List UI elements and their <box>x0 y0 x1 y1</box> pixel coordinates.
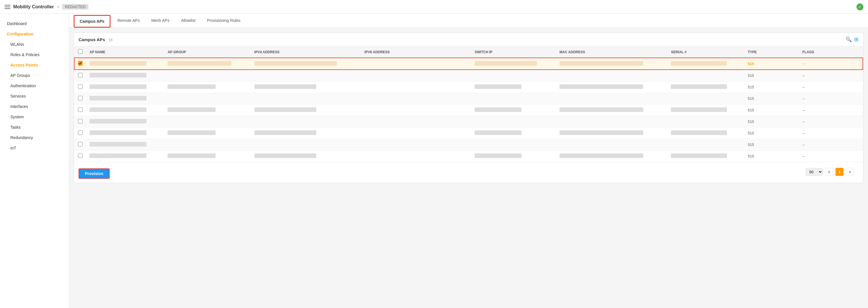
row-checkbox[interactable] <box>78 142 83 147</box>
cell-type: 515 <box>744 151 799 162</box>
tab-provisioning-rules[interactable]: Provisioning Rules <box>201 14 246 28</box>
table-row: 515 -- <box>74 151 863 162</box>
row-checkbox[interactable] <box>78 84 83 89</box>
table-title-area: Campus APs 16 <box>79 37 113 42</box>
sidebar-item-system[interactable]: System <box>0 112 69 122</box>
blurred-ipv4 <box>254 61 337 66</box>
col-checkbox <box>74 47 86 58</box>
cell-type: 515 <box>744 139 799 151</box>
cell-switch-ip <box>471 104 556 116</box>
blurred-ap-group <box>167 107 215 112</box>
row-checkbox-cell <box>74 93 86 104</box>
current-page-button[interactable]: 1 <box>835 168 843 176</box>
pagination: 50 25 100 < 1 > <box>801 164 859 179</box>
tab-mesh-aps[interactable]: Mesh APs <box>146 14 175 28</box>
provision-button[interactable]: Provision <box>79 168 110 179</box>
blurred-mac <box>559 84 643 89</box>
sidebar-item-tasks[interactable]: Tasks <box>0 122 69 132</box>
next-page-button[interactable]: > <box>846 168 854 176</box>
cell-ipv4 <box>251 70 361 82</box>
cell-ap-name <box>86 104 164 116</box>
blurred-switch-ip <box>474 130 522 135</box>
table-footer: Provision 50 25 100 < 1 > <box>74 162 863 183</box>
cell-type: 515 <box>744 58 799 70</box>
sidebar-item-iot[interactable]: IoT <box>0 143 69 153</box>
cell-ap-name <box>86 116 164 127</box>
hamburger-menu[interactable] <box>5 5 10 9</box>
cell-switch-ip <box>471 82 556 93</box>
status-icon: ✓ <box>857 3 863 10</box>
cell-type: 515 <box>744 93 799 104</box>
tab-allowlist[interactable]: Allowlist <box>175 14 202 28</box>
sidebar-item-wlans[interactable]: WLANs <box>0 39 69 50</box>
blurred-mac <box>559 107 643 112</box>
content-area: Campus APs 16 🔍 ⊞ <box>69 28 868 188</box>
cell-ipv4 <box>251 116 361 127</box>
cell-flags: -- <box>799 116 863 127</box>
blurred-switch-ip <box>474 61 537 66</box>
col-ipv6: IPV6 ADDRESS <box>361 47 471 58</box>
sidebar-item-redundancy[interactable]: Redundancy <box>0 132 69 143</box>
search-icon[interactable]: 🔍 <box>845 36 852 42</box>
cell-ipv4 <box>251 139 361 151</box>
blurred-ap-name <box>90 96 147 100</box>
cell-ipv4 <box>251 104 361 116</box>
blurred-ipv4 <box>254 153 316 158</box>
cell-ipv4 <box>251 127 361 139</box>
tab-campus-aps[interactable]: Campus APs <box>74 15 111 28</box>
row-checkbox[interactable] <box>78 130 83 135</box>
col-ap-group: AP GROUP <box>164 47 251 58</box>
sidebar-item-ap-groups[interactable]: AP Groups <box>0 70 69 81</box>
cell-switch-ip <box>471 70 556 82</box>
cell-flags: -- <box>799 58 863 70</box>
row-checkbox-cell <box>74 116 86 127</box>
cell-ipv6 <box>361 58 471 70</box>
col-type: TYPE <box>744 47 799 58</box>
cell-type: 515 <box>744 116 799 127</box>
row-checkbox-cell <box>74 127 86 139</box>
row-checkbox[interactable] <box>78 73 83 78</box>
per-page-select[interactable]: 50 25 100 <box>806 168 823 176</box>
table-row: 515 -- <box>74 104 863 116</box>
cell-ap-group <box>164 127 251 139</box>
table-header-row: AP NAME AP GROUP IPV4 ADDRESS IPV6 ADDRE… <box>74 47 863 58</box>
sidebar-item-roles-policies[interactable]: Roles & Policies <box>0 50 69 60</box>
grid-view-icon[interactable]: ⊞ <box>854 36 859 42</box>
sidebar-item-authentication[interactable]: Authentication <box>0 81 69 91</box>
sidebar-item-dashboard[interactable]: Dashboard <box>0 19 69 29</box>
cell-mac <box>556 116 668 127</box>
cell-mac <box>556 151 668 162</box>
blurred-serial <box>671 130 727 135</box>
row-checkbox[interactable] <box>78 107 83 112</box>
row-checkbox[interactable] <box>78 119 83 123</box>
cell-ap-group <box>164 139 251 151</box>
sidebar-item-access-points[interactable]: Access Points <box>0 60 69 70</box>
cell-type: 515 <box>744 104 799 116</box>
row-checkbox[interactable] <box>78 96 83 100</box>
sidebar-item-interfaces[interactable]: Interfaces <box>0 101 69 112</box>
cell-mac <box>556 127 668 139</box>
blurred-switch-ip <box>474 84 522 89</box>
row-checkbox[interactable] <box>78 61 83 66</box>
blurred-ap-group <box>167 61 231 66</box>
cell-ap-name <box>86 58 164 70</box>
row-checkbox[interactable] <box>78 153 83 158</box>
tab-remote-aps[interactable]: Remote APs <box>112 14 146 28</box>
cell-mac <box>556 104 668 116</box>
sidebar-item-services[interactable]: Services <box>0 91 69 101</box>
cell-serial <box>668 58 744 70</box>
blurred-serial <box>671 153 727 158</box>
cell-ipv6 <box>361 82 471 93</box>
cell-serial <box>668 116 744 127</box>
campus-aps-table-container: Campus APs 16 🔍 ⊞ <box>74 33 863 183</box>
prev-page-button[interactable]: < <box>825 168 833 176</box>
select-all-checkbox[interactable] <box>78 49 83 54</box>
cell-mac <box>556 82 668 93</box>
cell-flags: -- <box>799 104 863 116</box>
cell-ap-name <box>86 93 164 104</box>
table-row: 515 -- <box>74 82 863 93</box>
table-header-bar: Campus APs 16 🔍 ⊞ <box>74 33 863 47</box>
type-value: 515 <box>748 62 754 66</box>
row-checkbox-cell <box>74 58 86 70</box>
tab-bar: Campus APs Remote APs Mesh APs Allowlist… <box>69 14 868 28</box>
